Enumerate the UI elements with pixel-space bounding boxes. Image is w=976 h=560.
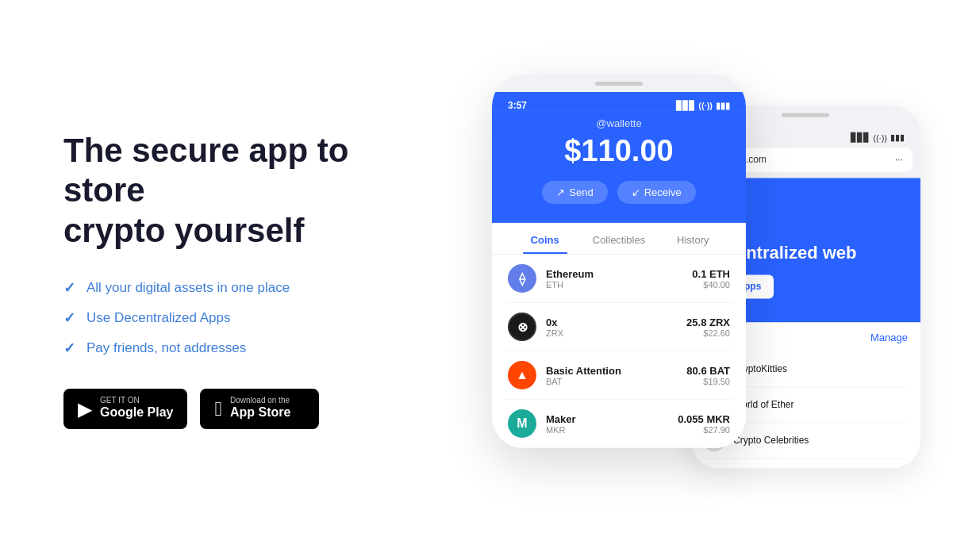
google-play-small: GET IT ON (100, 397, 173, 405)
coin-list: ⟠ Ethereum ETH 0.1 ETH $40.00 ⊗ 0x ZRX 2… (492, 255, 746, 448)
wifi-icon: ((·)) (873, 133, 887, 143)
check-icon-3: ✓ (63, 339, 75, 357)
zrx-value: 25.8 ZRX (686, 316, 730, 328)
mkr-name: Maker (546, 412, 678, 424)
wallet-handle: @wallette (508, 117, 730, 129)
phone-header: @wallette $110.00 ↗ Send ↙ Receive (492, 111, 746, 223)
status-icons: ▊▊▊ ((·)) ▮▮▮ (676, 100, 730, 110)
signal-icon: ▊▊▊ (851, 132, 870, 143)
feature-text-1: All your digital assets in one place (86, 280, 290, 296)
feature-item-3: ✓ Pay friends, not addresses (63, 339, 397, 357)
google-play-icon: ▶ (78, 398, 92, 420)
app-store-small: Download on the (230, 397, 290, 405)
receive-arrow-icon: ↙ (632, 186, 640, 198)
eth-info: Ethereum ETH (546, 267, 692, 289)
check-icon-2: ✓ (63, 309, 75, 327)
google-play-big: Google Play (100, 405, 173, 421)
crypto-celebrities-label: Crypto Celebrities (733, 435, 809, 447)
speaker-bar (782, 113, 829, 117)
eth-usd: $40.00 (692, 279, 730, 289)
wallet-balance: $110.00 (508, 134, 730, 168)
browser-menu-icon: ··· (895, 154, 903, 165)
feature-text-3: Pay friends, not addresses (86, 340, 246, 356)
mkr-usd: $27.90 (678, 424, 730, 434)
headline-line1: The secure app to store (63, 132, 348, 209)
tab-collectibles[interactable]: Collectibles (582, 223, 655, 254)
coin-item-bat[interactable]: ▲ Basic Attention BAT 80.6 BAT $19.50 (505, 351, 733, 400)
feature-list: ✓ All your digital assets in one place ✓… (63, 279, 397, 357)
bat-value: 80.6 BAT (686, 364, 730, 376)
mkr-icon: M (508, 409, 536, 438)
zrx-symbol: ZRX (546, 328, 686, 337)
feature-text-2: Use Decentralized Apps (86, 310, 230, 326)
bat-icon: ▲ (508, 361, 536, 389)
feature-item-2: ✓ Use Decentralized Apps (63, 309, 397, 327)
mkr-symbol: MKR (546, 424, 678, 434)
phone-tabs: Coins Collectibles History (492, 223, 746, 255)
tab-history[interactable]: History (656, 223, 730, 254)
zrx-icon: ⊗ (508, 313, 536, 341)
zrx-usd: $22.60 (686, 328, 730, 337)
phone-main-top-bar (492, 75, 746, 92)
apple-icon:  (214, 397, 222, 421)
send-arrow-icon: ↗ (556, 186, 565, 198)
header-actions: ↗ Send ↙ Receive (508, 181, 730, 204)
eth-name: Ethereum (546, 267, 692, 279)
feature-item-1: ✓ All your digital assets in one place (63, 279, 397, 297)
zrx-name: 0x (546, 316, 686, 328)
bat-symbol: BAT (546, 376, 686, 385)
headline-line2: crypto yourself (63, 212, 304, 249)
signal-bars-icon: ▊▊▊ (676, 100, 695, 110)
eth-icon: ⟠ (508, 264, 536, 293)
app-store-big: App Store (230, 405, 290, 421)
coin-item-zrx[interactable]: ⊗ 0x ZRX 25.8 ZRX $22.60 (505, 303, 733, 351)
send-button[interactable]: ↗ Send (542, 181, 607, 204)
google-play-text: GET IT ON Google Play (100, 397, 173, 421)
left-section: The secure app to store crypto yourself … (0, 83, 444, 477)
mkr-value: 0.055 MKR (678, 412, 730, 424)
status-time: 3:57 (508, 100, 527, 111)
coin-item-mkr[interactable]: M Maker MKR 0.055 MKR $27.90 (505, 400, 733, 448)
headline: The secure app to store crypto yourself (63, 131, 397, 251)
zrx-amount: 25.8 ZRX $22.60 (686, 316, 730, 337)
coin-item-eth[interactable]: ⟠ Ethereum ETH 0.1 ETH $40.00 (505, 255, 733, 303)
google-play-button[interactable]: ▶ GET IT ON Google Play (63, 389, 187, 429)
bat-usd: $19.50 (686, 376, 730, 385)
mkr-amount: 0.055 MKR $27.90 (678, 412, 730, 434)
bat-info: Basic Attention BAT (546, 364, 686, 385)
eth-amount: 0.1 ETH $40.00 (692, 267, 730, 289)
zrx-info: 0x ZRX (546, 316, 686, 337)
status-bar: 3:57 ▊▊▊ ((·)) ▮▮▮ (492, 92, 746, 111)
receive-button[interactable]: ↙ Receive (617, 181, 696, 204)
phone-main-speaker (595, 81, 643, 85)
store-buttons: ▶ GET IT ON Google Play  Download on th… (63, 389, 397, 429)
battery-icon: ▮▮▮ (890, 132, 905, 143)
battery-status-icon: ▮▮▮ (716, 100, 730, 110)
check-icon-1: ✓ (63, 279, 75, 297)
eth-value: 0.1 ETH (692, 267, 730, 279)
mkr-info: Maker MKR (546, 412, 678, 434)
bat-amount: 80.6 BAT $19.50 (686, 364, 730, 385)
app-store-text: Download on the App Store (230, 397, 290, 421)
tab-coins[interactable]: Coins (508, 223, 582, 254)
send-label: Send (569, 186, 593, 198)
eth-symbol: ETH (546, 279, 692, 289)
receive-label: Receive (644, 186, 682, 198)
app-store-button[interactable]:  Download on the App Store (200, 389, 319, 429)
bat-name: Basic Attention (546, 364, 686, 376)
right-section: ▊▊▊ ((·)) ▮▮▮ coinbase.com ··· ■ decentr… (444, 0, 976, 560)
phone-main: 3:57 ▊▊▊ ((·)) ▮▮▮ @wallette $110.00 ↗ S… (492, 75, 746, 448)
wifi-status-icon: ((·)) (698, 101, 713, 110)
